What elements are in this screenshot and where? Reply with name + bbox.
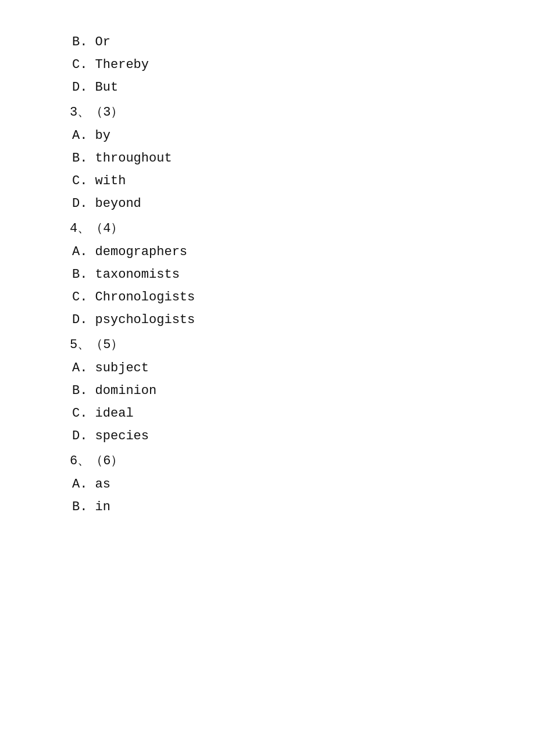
option-5a: A. subject xyxy=(70,361,535,375)
option-label: B. in xyxy=(72,500,110,514)
question-3-number: 3、（3） xyxy=(70,103,535,120)
option-label: A. subject xyxy=(72,361,149,375)
question-2-continued: B. Or C. Thereby D. But xyxy=(70,35,535,95)
question-5-options: A. subject B. dominion C. ideal D. speci… xyxy=(70,361,535,443)
option-label: C. with xyxy=(72,174,126,188)
option-3a: A. by xyxy=(70,128,535,143)
option-label: D. species xyxy=(72,429,149,443)
option-6a: A. as xyxy=(70,477,535,492)
option-label: A. as xyxy=(72,477,110,492)
option-label: A. by xyxy=(72,128,110,143)
question-3-options: A. by B. throughout C. with D. beyond xyxy=(70,128,535,211)
question-4-number: 4、（4） xyxy=(70,219,535,237)
option-6b: B. in xyxy=(70,500,535,514)
option-label: D. But xyxy=(72,80,118,95)
option-4a: A. demographers xyxy=(70,245,535,259)
option-3b: B. throughout xyxy=(70,151,535,166)
option-label: C. Thereby xyxy=(72,58,149,72)
option-2c: C. Thereby xyxy=(70,58,535,72)
option-5b: B. dominion xyxy=(70,384,535,398)
option-2b: B. Or xyxy=(70,35,535,49)
option-3d: D. beyond xyxy=(70,196,535,211)
question-4-options: A. demographers B. taxonomists C. Chrono… xyxy=(70,245,535,327)
option-2d: D. But xyxy=(70,80,535,95)
option-label: A. demographers xyxy=(72,245,187,259)
option-label: B. Or xyxy=(72,35,110,49)
option-4c: C. Chronologists xyxy=(70,290,535,304)
option-5c: C. ideal xyxy=(70,406,535,421)
option-label: D. beyond xyxy=(72,196,141,211)
question-5-number: 5、（5） xyxy=(70,335,535,353)
option-label: B. dominion xyxy=(72,384,156,398)
question-6-number: 6、（6） xyxy=(70,452,535,469)
option-4d: D. psychologists xyxy=(70,313,535,327)
option-4b: B. taxonomists xyxy=(70,267,535,282)
option-label: B. throughout xyxy=(72,151,172,166)
option-label: D. psychologists xyxy=(72,313,195,327)
option-label: C. Chronologists xyxy=(72,290,195,304)
option-label: B. taxonomists xyxy=(72,267,180,282)
option-5d: D. species xyxy=(70,429,535,443)
option-3c: C. with xyxy=(70,174,535,188)
option-label: C. ideal xyxy=(72,406,134,421)
question-6-options: A. as B. in xyxy=(70,477,535,514)
content-area: B. Or C. Thereby D. But 3、（3） A. by B. t… xyxy=(70,35,535,514)
